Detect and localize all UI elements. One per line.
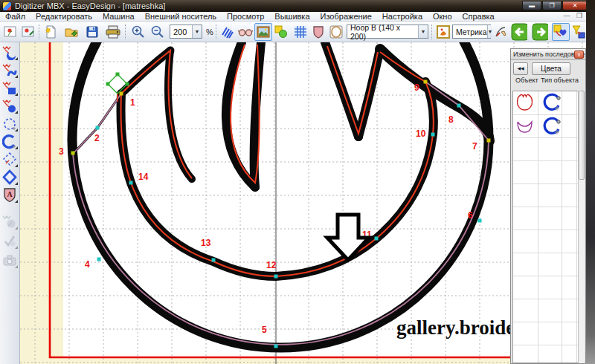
open-design-button[interactable] [62,23,80,41]
minimize-button[interactable]: ▬ [522,1,541,10]
outline-runstitch-button[interactable] [1,115,19,132]
anchor-point-13[interactable] [212,259,216,262]
point-number-label: 5 [262,325,267,335]
zoom-in-button[interactable] [129,23,147,41]
zoom-level-combo[interactable]: 200 ▼ [170,25,202,39]
point-number-label: 3 [59,146,64,157]
anchor-point-11[interactable] [375,237,379,241]
print-button[interactable] [104,23,122,41]
anchor-point-5[interactable] [274,345,278,348]
title-bar[interactable]: Digitizer MBX - EasyDesign - [matreshka]… [0,0,595,12]
reshape-tool-button[interactable] [494,23,509,41]
anchor-point-14[interactable] [129,181,133,185]
digitize-closed-curve-button[interactable] [1,44,19,61]
menu-bar: Файл Редактировать Машина Внешний носите… [0,12,589,22]
hoop-layout-button[interactable] [327,23,345,41]
menu-view[interactable]: Просмотр [227,12,264,21]
arrow-left-icon [511,23,527,41]
anchor-point-8[interactable] [457,104,461,108]
scrollbar-thumb[interactable] [579,91,585,180]
zoom-percent-label: % [206,27,213,36]
units-combo[interactable]: Метрика ▼ [452,25,491,39]
zoom-out-button[interactable] [149,23,167,41]
menu-image[interactable]: Изображение [321,12,372,21]
panel-close-button[interactable]: x [574,51,584,59]
show-stitches-button[interactable] [219,23,237,41]
sequence-column-headers: Объект Тип объекта [511,77,585,88]
anchor-point-3[interactable] [71,152,75,155]
anchor-point-9[interactable] [424,80,428,84]
combo-dropdown-icon[interactable]: ▼ [418,25,428,38]
show-picture-button[interactable] [254,23,272,41]
anchor-point-10[interactable] [431,133,435,137]
closed-runstitch-button[interactable] [1,151,19,168]
panel-title-bar[interactable]: Изменить последовате... x [511,49,585,60]
svg-text:A: A [7,190,13,198]
window-title: Digitizer MBX - EasyDesign - [matreshka] [15,1,165,10]
object-thumbnail-crown-icon [515,92,537,114]
digitize-square-button[interactable] [1,79,19,97]
grid-icon [293,25,308,39]
open-folder-icon [64,25,79,39]
maximize-button[interactable]: ❐ [542,1,562,10]
design-thumbnail-icon [436,25,451,39]
insert-picture-button[interactable] [1,23,19,41]
colors-button[interactable]: Цвета [532,62,570,75]
menu-help[interactable]: Справка [463,12,495,21]
show-vectors-button[interactable] [272,23,290,41]
glasses-icon [237,25,254,39]
digitize-circle-button[interactable] [1,97,19,114]
reshape-pen-icon [495,25,508,39]
mdi-window-controls[interactable]: — ❐ [563,12,585,19]
digitize-open-curve-button[interactable] [1,62,19,79]
point-number-label: 10 [416,129,426,139]
lettering-button[interactable]: A [1,186,19,204]
thread-colors-button[interactable] [570,23,588,41]
sequence-list[interactable] [512,91,579,363]
previous-object-button[interactable] [510,23,528,41]
menu-external-media[interactable]: Внешний носитель [145,12,216,21]
anchor-point-4[interactable] [97,258,101,261]
anchor-point-2[interactable] [96,126,100,130]
menu-edit[interactable]: Редактировать [36,12,92,21]
combo-dropdown-icon[interactable]: ▼ [192,25,202,38]
menu-embroidery[interactable]: Вышивка [274,12,309,21]
outline-satin-button[interactable] [1,133,19,150]
next-object-button[interactable] [531,23,549,41]
anchor-point-12[interactable] [274,275,278,279]
point-number-label: 13 [201,238,211,248]
touch-up-picture-button[interactable] [19,23,37,41]
menu-machine[interactable]: Машина [103,12,135,21]
menu-window[interactable]: Окно [433,12,452,21]
panel-scrollbar[interactable] [578,91,585,363]
sequence-editor-button[interactable] [552,23,570,41]
resequence-panel: Изменить последовате... x ◀◀ Цвета Объек… [510,48,586,364]
anchor-point-1[interactable] [120,92,123,96]
show-grid-button[interactable] [292,23,309,41]
anchor-point-7[interactable] [487,139,491,143]
menu-settings[interactable]: Настройка [382,12,422,21]
new-design-button[interactable] [42,23,60,41]
sequence-row-2[interactable] [513,115,579,139]
panel-toolbar: ◀◀ Цвета [511,60,585,77]
true-view-button[interactable] [237,23,254,41]
show-hoop-button[interactable] [309,23,327,41]
combo-dropdown-icon[interactable]: ▼ [487,25,493,38]
shapes-icon [274,25,289,39]
design-canvas[interactable]: 1234567891011121314 gallery.broidery.ru [20,42,595,364]
sequence-rewind-button[interactable]: ◀◀ [513,62,528,75]
app-icon [3,2,11,10]
save-design-button[interactable] [83,23,101,41]
close-button[interactable]: ✕ [562,1,588,10]
auto-digitize-button-disabled [1,213,19,230]
save-floppy-icon [85,25,100,39]
hoop-select-combo[interactable]: Hoop B (140 x 200) ▼ [347,25,428,39]
object-thumbnail-crescent-icon [515,116,537,138]
closed-satin-button[interactable] [1,169,19,186]
menu-file[interactable]: Файл [5,12,25,21]
sequence-row-1[interactable] [513,91,579,115]
hoop-frame-icon [329,25,344,39]
column-header-object: Объект [515,77,541,88]
anchor-point-6[interactable] [478,219,482,223]
design-properties-button[interactable] [434,23,452,41]
